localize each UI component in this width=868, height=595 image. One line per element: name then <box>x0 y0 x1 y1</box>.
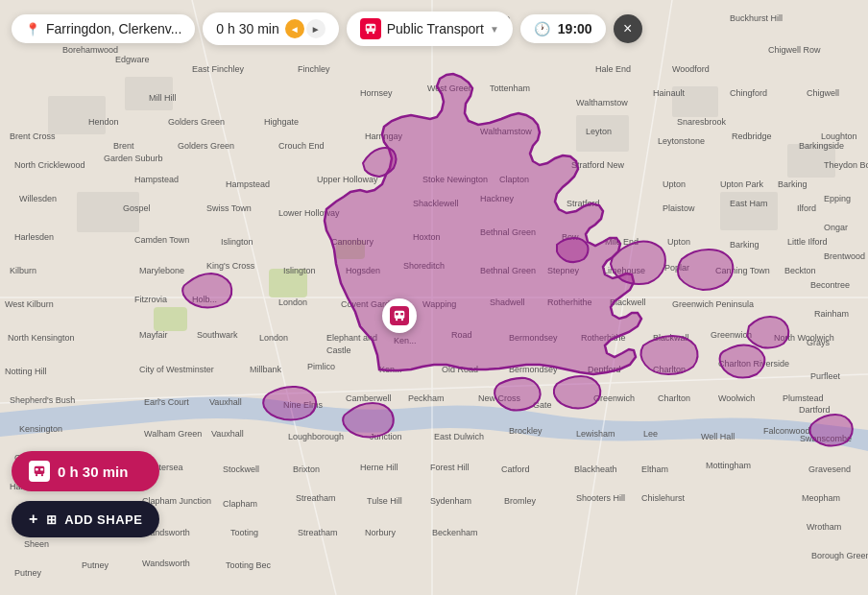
svg-text:Sydenham: Sydenham <box>430 496 471 506</box>
duration-left-arrow[interactable]: ◄ <box>285 19 304 38</box>
svg-text:Wapping: Wapping <box>422 299 456 309</box>
svg-text:Bermondsey: Bermondsey <box>509 333 558 343</box>
svg-text:Chigwell Row: Chigwell Row <box>768 45 821 55</box>
svg-text:City of Westminster: City of Westminster <box>139 365 214 374</box>
transport-pill[interactable]: Public Transport ▼ <box>347 12 513 46</box>
svg-text:Redbridge: Redbridge <box>732 131 772 141</box>
center-marker <box>382 298 417 333</box>
svg-text:Charlton Riverside: Charlton Riverside <box>718 359 789 369</box>
svg-text:Gate: Gate <box>533 400 552 410</box>
svg-text:Brent: Brent <box>113 141 134 151</box>
svg-rect-201 <box>40 468 43 470</box>
map-container: Borehamwood Southgate Buckhurst Hill Chi… <box>0 0 868 595</box>
svg-text:Gospel: Gospel <box>123 203 151 213</box>
location-pill[interactable]: 📍 Farringdon, Clerkenv... <box>12 14 195 43</box>
svg-text:Old Road: Old Road <box>442 365 478 374</box>
svg-text:Golders Green: Golders Green <box>178 141 234 151</box>
svg-text:Shacklewell: Shacklewell <box>413 199 459 208</box>
svg-text:East Finchley: East Finchley <box>192 64 245 74</box>
svg-text:Ilford: Ilford <box>797 203 816 213</box>
svg-text:Brockley: Brockley <box>509 426 542 436</box>
svg-text:Barking: Barking <box>778 179 808 189</box>
clock-icon: 🕐 <box>534 21 550 36</box>
svg-text:Shooters Hill: Shooters Hill <box>576 493 625 503</box>
duration-pill[interactable]: 0 h 30 min ◄ ► <box>203 12 338 45</box>
svg-text:Greenwich: Greenwich <box>593 393 635 403</box>
svg-text:Hornsey: Hornsey <box>360 88 393 98</box>
svg-rect-9 <box>48 96 106 134</box>
svg-text:Southwark: Southwark <box>197 330 238 340</box>
svg-text:Hampstead: Hampstead <box>226 179 270 189</box>
svg-text:Upton Park: Upton Park <box>720 179 764 189</box>
svg-text:Nine Elms: Nine Elms <box>283 400 324 410</box>
svg-text:Rotherhithe: Rotherhithe <box>547 298 592 307</box>
svg-text:Brixton: Brixton <box>293 464 320 474</box>
svg-text:Willesden: Willesden <box>19 194 57 203</box>
svg-text:Chislehurst: Chislehurst <box>641 493 686 503</box>
add-shape-button[interactable]: + ⊞ ADD SHAPE <box>12 501 159 537</box>
duration-badge[interactable]: 0 h 30 min <box>12 451 159 491</box>
time-pill[interactable]: 🕐 19:00 <box>520 14 606 43</box>
svg-text:Canning Town: Canning Town <box>715 266 770 275</box>
svg-text:Mill Hill: Mill Hill <box>149 93 177 103</box>
svg-text:Walham Green: Walham Green <box>144 429 202 439</box>
svg-text:Hogsden: Hogsden <box>346 266 380 275</box>
svg-rect-206 <box>400 313 403 315</box>
svg-text:West Green: West Green <box>427 83 473 93</box>
svg-text:Pimlico: Pimlico <box>307 362 335 371</box>
svg-text:Stepney: Stepney <box>547 266 580 275</box>
svg-text:Lee: Lee <box>643 429 658 439</box>
svg-text:Eltham: Eltham <box>641 464 668 474</box>
time-label: 19:00 <box>558 21 592 36</box>
svg-text:North Cricklewood: North Cricklewood <box>14 160 85 170</box>
svg-point-198 <box>36 474 37 476</box>
svg-text:East Ham: East Ham <box>730 199 768 208</box>
svg-text:Walthamstow: Walthamstow <box>480 127 532 136</box>
svg-text:Deptford: Deptford <box>588 365 621 374</box>
svg-rect-7 <box>154 307 187 331</box>
svg-text:Tottenham: Tottenham <box>490 83 530 93</box>
svg-rect-205 <box>396 313 398 315</box>
transport-chevron-icon: ▼ <box>490 24 499 35</box>
svg-text:Norbury: Norbury <box>365 528 397 537</box>
svg-text:Canonbury: Canonbury <box>331 237 374 247</box>
svg-text:Greenwich Peninsula: Greenwich Peninsula <box>672 299 754 309</box>
svg-text:Woolwich: Woolwich <box>718 393 755 403</box>
add-shape-icon: + <box>29 511 38 528</box>
svg-text:Junction: Junction <box>370 432 402 441</box>
svg-text:Elephant and: Elephant and <box>326 333 377 343</box>
svg-text:Barkingside: Barkingside <box>799 141 844 151</box>
svg-text:Snaresbrook: Snaresbrook <box>677 117 727 127</box>
badge-transport-icon <box>29 461 50 482</box>
location-label: Farringdon, Clerkenv... <box>46 21 181 36</box>
svg-text:Tooting: Tooting <box>230 528 258 537</box>
svg-text:Epping: Epping <box>824 194 851 203</box>
transport-mode-icon <box>360 18 381 39</box>
svg-text:Brent Cross: Brent Cross <box>10 131 56 141</box>
svg-text:Ken...: Ken... <box>394 336 417 345</box>
svg-text:Vauxhall: Vauxhall <box>211 429 244 439</box>
svg-text:Beckton: Beckton <box>784 266 816 275</box>
svg-text:Shadwell: Shadwell <box>490 298 525 307</box>
svg-point-204 <box>401 319 403 321</box>
svg-text:London: London <box>278 298 307 307</box>
svg-text:Garden Suburb: Garden Suburb <box>104 154 163 163</box>
add-shape-label: ADD SHAPE <box>64 512 142 527</box>
svg-text:Blackwell: Blackwell <box>610 298 646 307</box>
close-button[interactable]: × <box>614 14 642 43</box>
svg-text:Hampstead: Hampstead <box>134 175 179 184</box>
svg-text:Charlton: Charlton <box>658 393 690 403</box>
bottom-left-controls: 0 h 30 min + ⊞ ADD SHAPE <box>12 451 159 537</box>
svg-text:Stratford New: Stratford New <box>571 160 625 170</box>
svg-text:Ken...: Ken... <box>379 365 402 374</box>
svg-text:Mile End: Mile End <box>605 237 639 247</box>
svg-text:Chingford: Chingford <box>730 88 767 98</box>
svg-text:Fitzrovia: Fitzrovia <box>134 295 167 304</box>
duration-right-arrow[interactable]: ► <box>306 19 326 38</box>
svg-text:Shoreditch: Shoreditch <box>403 261 445 271</box>
svg-text:Finchley: Finchley <box>298 64 330 74</box>
svg-text:Plumstead: Plumstead <box>783 393 824 403</box>
svg-text:Kilburn: Kilburn <box>10 266 36 275</box>
svg-text:Road: Road <box>451 330 472 340</box>
svg-text:Ongar: Ongar <box>824 223 848 232</box>
